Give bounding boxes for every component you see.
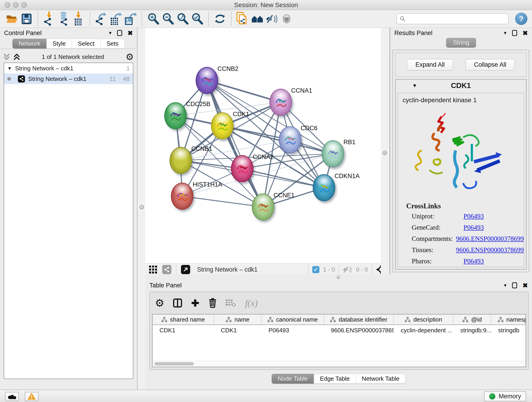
- table-cell[interactable]: stringdb:9...: [453, 327, 491, 334]
- global-search-field[interactable]: [396, 13, 509, 24]
- network-node-ccna1[interactable]: [269, 89, 292, 116]
- show-grid-icon[interactable]: [148, 265, 158, 274]
- cloud-status-button[interactable]: [5, 392, 19, 401]
- hidden-eye-slash-icon[interactable]: [343, 265, 352, 274]
- detach-view-icon[interactable]: [181, 265, 190, 274]
- hide-selected-button[interactable]: [265, 12, 279, 26]
- float-panel-icon[interactable]: [512, 30, 517, 36]
- splitter-handle[interactable]: [382, 150, 387, 155]
- expand-all-networks-icon[interactable]: [13, 53, 20, 61]
- zoom-in-button[interactable]: [146, 12, 161, 26]
- horizontal-splitter[interactable]: [145, 274, 532, 280]
- memory-button[interactable]: Memory: [484, 391, 526, 401]
- network-row[interactable]: String Network – cdk1 11 48: [4, 74, 133, 84]
- import-network-database-button[interactable]: [57, 12, 71, 26]
- network-node-hist1h1a[interactable]: [171, 183, 193, 210]
- splitter-handle[interactable]: [336, 275, 340, 279]
- network-node-cdkn1a[interactable]: [313, 174, 335, 201]
- import-table-file-button[interactable]: [71, 12, 86, 26]
- network-node-cdc6[interactable]: [279, 126, 301, 153]
- zoom-out-button[interactable]: [161, 12, 175, 26]
- search-input[interactable]: [407, 16, 505, 22]
- network-node-ccnb1[interactable]: [170, 147, 192, 174]
- tab-node-table[interactable]: Node Table: [272, 374, 314, 384]
- float-panel-icon[interactable]: [117, 30, 122, 36]
- network-view-title: String Network – cdk1: [197, 266, 258, 273]
- tab-edge-table[interactable]: Edge Table: [314, 374, 356, 384]
- export-network-button[interactable]: [94, 12, 109, 26]
- delete-column-icon[interactable]: [208, 298, 217, 308]
- export-table-button[interactable]: [109, 12, 123, 26]
- collapse-panel-icon[interactable]: ▾: [504, 282, 506, 288]
- tab-select[interactable]: Select: [72, 39, 101, 49]
- show-hidden-button[interactable]: [279, 12, 294, 26]
- column-header-namespace[interactable]: namespace: [491, 314, 526, 325]
- network-node-cdc25b[interactable]: [164, 102, 187, 129]
- column-header-shared-name[interactable]: shared name: [152, 314, 214, 325]
- tab-string[interactable]: String: [446, 38, 476, 48]
- collapse-panel-icon[interactable]: ▾: [109, 30, 111, 36]
- protein-header[interactable]: ▼ CDK1: [396, 80, 526, 93]
- crosslink-link[interactable]: P06493: [463, 224, 484, 231]
- column-header-id[interactable]: @id: [453, 314, 491, 325]
- network-collection-row[interactable]: ▼ String Network – cdk1 1: [4, 63, 133, 74]
- warnings-button[interactable]: [25, 392, 38, 401]
- network-node-ccne1[interactable]: [252, 193, 274, 220]
- export-image-button[interactable]: [123, 12, 138, 26]
- view-string-icon[interactable]: [162, 265, 171, 274]
- splitter-handle[interactable]: [139, 204, 144, 210]
- crosslink-link[interactable]: P06493: [463, 212, 484, 220]
- column-header-database-identifier[interactable]: database identifier: [324, 314, 394, 325]
- crosslink-label: Tissues:: [406, 246, 456, 254]
- collapse-all-button[interactable]: Collapse All: [465, 59, 515, 70]
- table-cell[interactable]: stringdb: [491, 327, 526, 334]
- network-options-gear-icon[interactable]: ⚙: [126, 52, 134, 61]
- table-cell[interactable]: 9606.ENSP00000378699: [324, 327, 394, 334]
- network-node-ccna2[interactable]: [231, 155, 253, 182]
- save-session-button[interactable]: [19, 12, 34, 26]
- network-node-rb1[interactable]: [322, 140, 344, 167]
- collection-expand-icon[interactable]: ▼: [7, 66, 12, 71]
- column-header-description[interactable]: description: [394, 314, 453, 325]
- table-options-gear-icon[interactable]: ⚙: [155, 298, 164, 308]
- table-row[interactable]: CDK1CDK1P064939606.ENSP00000378699cyclin…: [152, 325, 526, 336]
- right-splitter[interactable]: [381, 28, 389, 276]
- table-cell[interactable]: cyclin-dependent ...: [394, 327, 453, 334]
- tab-style[interactable]: Style: [46, 39, 72, 49]
- table-horizontal-scrollbar[interactable]: [152, 361, 526, 367]
- scrollbar-thumb[interactable]: [154, 362, 194, 366]
- close-panel-icon[interactable]: ✖: [523, 29, 528, 37]
- crosslink-link[interactable]: 9606.ENSP00000378699: [456, 246, 524, 254]
- selected-checkbox-icon[interactable]: ✓: [312, 266, 319, 273]
- network-node-ccnb2[interactable]: [196, 67, 218, 94]
- crosslink-link[interactable]: P06493: [463, 257, 484, 265]
- collapse-all-networks-icon[interactable]: [3, 53, 10, 61]
- add-column-icon[interactable]: [191, 299, 200, 307]
- tab-network-table[interactable]: Network Table: [356, 374, 405, 384]
- help-button[interactable]: ?: [515, 13, 527, 25]
- left-splitter[interactable]: [138, 28, 145, 390]
- table-cell[interactable]: CDK1: [152, 327, 214, 334]
- table-cell[interactable]: P06493: [262, 327, 324, 334]
- network-node-cdk1[interactable]: [211, 112, 234, 139]
- network-canvas[interactable]: CCNB2CCNA1CDC25BCDK1CDC6RB1CCNB1CCNA2CDK…: [145, 28, 381, 263]
- open-session-button[interactable]: [5, 12, 19, 26]
- column-header-name[interactable]: name: [214, 314, 262, 325]
- close-panel-icon[interactable]: ✖: [523, 282, 528, 289]
- show-columns-icon[interactable]: [173, 298, 182, 307]
- table-cell[interactable]: CDK1: [214, 327, 262, 334]
- float-panel-icon[interactable]: [512, 282, 517, 288]
- expand-all-button[interactable]: Expand All: [407, 59, 453, 70]
- tab-sets[interactable]: Sets: [101, 39, 125, 49]
- apply-layout-button[interactable]: [213, 12, 227, 26]
- import-network-file-button[interactable]: [42, 12, 57, 26]
- clone-network-button[interactable]: [235, 12, 250, 26]
- crosslink-link[interactable]: 9606.ENSP00000378699: [456, 235, 524, 242]
- collapse-panel-icon[interactable]: ▾: [504, 30, 506, 36]
- close-panel-icon[interactable]: ✖: [128, 29, 133, 37]
- group-nodes-button[interactable]: [250, 12, 265, 26]
- tab-network[interactable]: Network: [12, 39, 46, 49]
- zoom-fit-button[interactable]: [175, 12, 190, 26]
- zoom-selected-button[interactable]: [190, 12, 205, 26]
- column-header-canonical-name[interactable]: canonical name: [262, 314, 324, 325]
